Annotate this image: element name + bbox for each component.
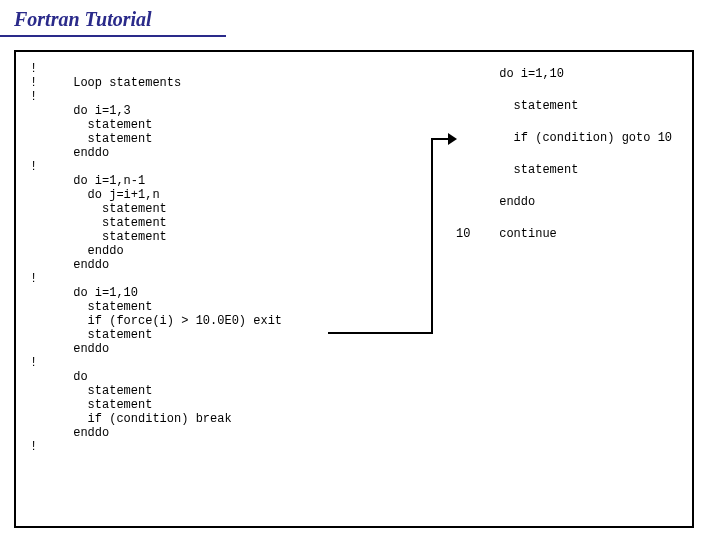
arrow-right-icon <box>448 133 457 145</box>
connector-line <box>328 332 433 334</box>
code-frame: ! ! Loop statements ! do i=1,3 statement… <box>14 50 694 528</box>
connector-line <box>431 138 433 334</box>
page-title: Fortran Tutorial <box>0 0 226 37</box>
code-block-left: ! ! Loop statements ! do i=1,3 statement… <box>30 62 282 454</box>
code-block-right: do i=1,10 statement if (condition) goto … <box>456 66 672 242</box>
